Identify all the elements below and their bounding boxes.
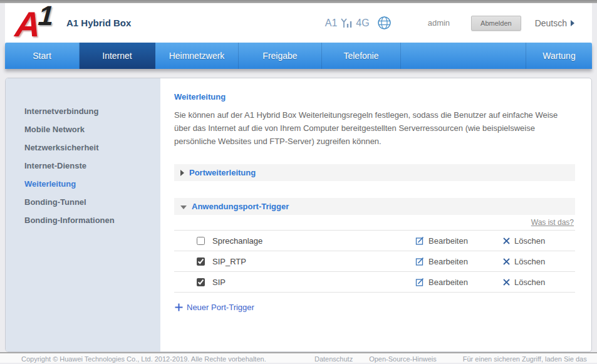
network-operator-label: A1 bbox=[325, 18, 338, 29]
chevron-down-icon bbox=[180, 205, 187, 209]
trigger-name: SIP bbox=[212, 278, 415, 287]
header: A 1 A1 Hybrid Box A1 4G bbox=[5, 3, 592, 43]
sidebar-item-weiterleitung[interactable]: Weiterleitung bbox=[6, 175, 160, 193]
edit-icon bbox=[415, 236, 424, 245]
network-type-label: 4G bbox=[356, 18, 369, 29]
chevron-right-icon bbox=[571, 20, 574, 26]
sidebar-item-internet-dienste[interactable]: Internet-Dienste bbox=[6, 157, 160, 175]
edit-action[interactable]: Bearbeiten bbox=[415, 257, 503, 266]
table-row-sip-rtp: SIP_RTP Bearbeiten Löschen bbox=[174, 251, 575, 272]
delete-label: Löschen bbox=[514, 236, 545, 246]
help-row: Was ist das? bbox=[174, 215, 575, 230]
checkbox-sip-rtp[interactable] bbox=[197, 257, 205, 266]
trigger-name: Sprechanlage bbox=[212, 236, 415, 246]
trigger-name: SIP_RTP bbox=[212, 257, 415, 266]
content-panel: Internetverbindung Mobile Network Netzwe… bbox=[5, 78, 592, 352]
port-trigger-table: Sprechanlage Bearbeiten Löschen bbox=[174, 230, 575, 293]
nav-tab-wartung[interactable]: Wartung bbox=[526, 43, 592, 69]
logged-in-user: admin bbox=[428, 18, 450, 28]
table-row-sprechanlage: Sprechanlage Bearbeiten Löschen bbox=[174, 231, 575, 251]
signal-bars-icon bbox=[340, 17, 353, 29]
edit-label: Bearbeiten bbox=[428, 236, 468, 246]
section-anwendungsport-trigger[interactable]: Anwendungsport-Trigger bbox=[174, 198, 575, 215]
logo-digit-one: 1 bbox=[37, 2, 55, 29]
a1-logo: A 1 bbox=[15, 6, 65, 46]
edit-action[interactable]: Bearbeiten bbox=[415, 278, 503, 287]
delete-label: Löschen bbox=[514, 278, 545, 287]
page: A 1 A1 Hybrid Box A1 4G bbox=[5, 3, 592, 352]
language-selector[interactable]: Deutsch bbox=[535, 18, 574, 28]
sidebar-item-internetverbindung[interactable]: Internetverbindung bbox=[6, 102, 160, 120]
checkbox-sip[interactable] bbox=[197, 278, 205, 286]
sidebar: Internetverbindung Mobile Network Netzwe… bbox=[6, 78, 160, 351]
sidebar-item-bonding-informationen[interactable]: Bonding-Informationen bbox=[6, 211, 160, 229]
footer: Copyright © Huawei Technologies Co., Ltd… bbox=[0, 353, 597, 363]
nav-tab-freigabe[interactable]: Freigabe bbox=[239, 43, 322, 69]
page-description: Sie können auf der A1 Hybrid Box Weiterl… bbox=[174, 109, 575, 148]
edit-label: Bearbeiten bbox=[428, 278, 468, 287]
edit-icon bbox=[415, 278, 424, 286]
copyright-text: Copyright © Huawei Technologies Co., Ltd… bbox=[21, 355, 292, 363]
sidebar-item-mobile-network[interactable]: Mobile Network bbox=[6, 120, 160, 138]
chevron-right-icon bbox=[180, 170, 184, 176]
delete-icon bbox=[503, 258, 510, 265]
section-gap bbox=[174, 181, 575, 198]
nav-spacer bbox=[401, 43, 526, 69]
delete-label: Löschen bbox=[514, 257, 545, 266]
section-portweiterleitung-label: Portweiterleitung bbox=[189, 168, 256, 177]
nav-tab-heimnetzwerk[interactable]: Heimnetzwerk bbox=[155, 43, 239, 69]
delete-action[interactable]: Löschen bbox=[503, 236, 575, 246]
plus-icon bbox=[174, 303, 184, 312]
header-right: A1 4G admin Abmelde bbox=[325, 16, 592, 31]
main-nav: Start Internet Heimnetzwerk Freigabe Tel… bbox=[5, 43, 592, 69]
sidebar-item-netzwerksicherheit[interactable]: Netzwerksicherheit bbox=[6, 138, 160, 157]
checkbox-sprechanlage[interactable] bbox=[197, 237, 205, 245]
language-label: Deutsch bbox=[535, 18, 567, 28]
edit-label: Bearbeiten bbox=[428, 257, 468, 266]
edit-action[interactable]: Bearbeiten bbox=[415, 236, 503, 246]
section-anwendungsport-trigger-label: Anwendungsport-Trigger bbox=[192, 202, 289, 211]
secure-access-link[interactable]: Für einen sicheren Zugriff, laden Sie da… bbox=[463, 355, 587, 363]
section-portweiterleitung[interactable]: Portweiterleitung bbox=[174, 164, 575, 181]
open-source-link[interactable]: Open-Source-Hinweis bbox=[369, 355, 437, 363]
sidebar-item-bonding-tunnel[interactable]: Bonding-Tunnel bbox=[6, 193, 160, 211]
main-content: Weiterleitung Sie können auf der A1 Hybr… bbox=[160, 78, 591, 351]
delete-action[interactable]: Löschen bbox=[503, 257, 575, 266]
table-row-sip: SIP Bearbeiten Löschen bbox=[174, 272, 575, 293]
globe-icon bbox=[377, 16, 392, 30]
delete-action[interactable]: Löschen bbox=[503, 278, 575, 287]
new-port-trigger-link[interactable]: Neuer Port-Trigger bbox=[174, 303, 575, 312]
what-is-this-link[interactable]: Was ist das? bbox=[531, 218, 574, 227]
logout-button[interactable]: Abmelden bbox=[471, 16, 521, 31]
new-port-trigger-label: Neuer Port-Trigger bbox=[187, 303, 254, 312]
nav-tab-internet[interactable]: Internet bbox=[80, 43, 155, 69]
app-title: A1 Hybrid Box bbox=[66, 18, 131, 28]
network-indicator: A1 4G bbox=[325, 16, 392, 30]
edit-icon bbox=[415, 257, 424, 266]
delete-icon bbox=[503, 237, 510, 244]
privacy-link[interactable]: Datenschutz bbox=[314, 355, 353, 363]
delete-icon bbox=[503, 279, 510, 286]
nav-tab-telefonie[interactable]: Telefonie bbox=[322, 43, 401, 69]
page-title: Weiterleitung bbox=[174, 92, 575, 101]
nav-tab-start[interactable]: Start bbox=[5, 43, 80, 69]
